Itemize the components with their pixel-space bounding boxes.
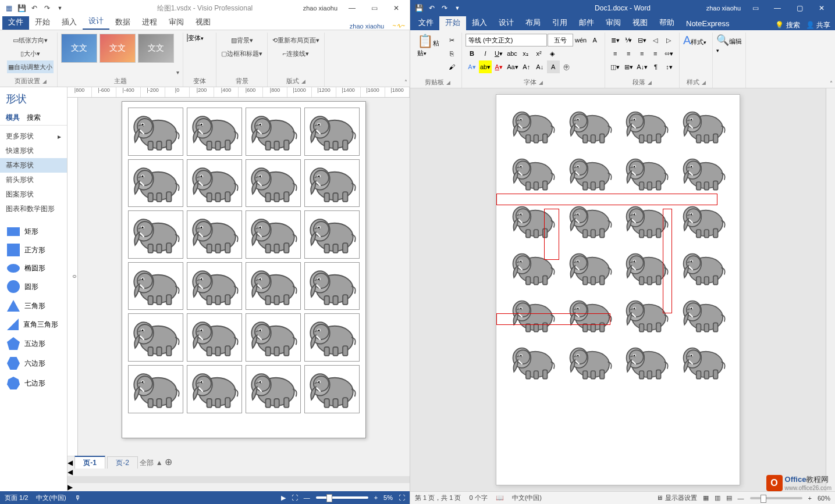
grid-cell[interactable]	[304, 210, 360, 259]
shape-rectangle[interactable]: 矩形	[2, 223, 65, 240]
tab-home[interactable]: 开始	[439, 15, 466, 30]
shape-ellipse[interactable]: 椭圆形	[2, 260, 65, 277]
format-painter-icon[interactable]: 🖌	[445, 60, 458, 73]
shading-icon[interactable]: ◫▾	[609, 60, 621, 73]
italic-icon[interactable]: I	[479, 47, 492, 60]
tab-noteexpress[interactable]: NoteExpress	[680, 17, 735, 30]
status-page[interactable]: 页面 1/2	[5, 494, 28, 502]
relayout-button[interactable]: ⟲ 重新布局页面 ▾	[271, 34, 321, 47]
font-color-icon[interactable]: A▾	[492, 60, 505, 73]
highlight-icon[interactable]: ab▾	[479, 60, 492, 73]
grid-cell[interactable]	[246, 210, 301, 259]
enclose-char-icon[interactable]: ㊥	[560, 60, 573, 73]
grid-cell[interactable]	[187, 313, 242, 362]
grid-cell[interactable]	[187, 262, 242, 310]
redo-icon[interactable]: ↷	[42, 3, 52, 13]
grid-cell[interactable]	[304, 313, 360, 362]
image-cell[interactable]	[621, 200, 671, 241]
close-icon[interactable]: ✕	[386, 0, 406, 16]
visio-user-2[interactable]: zhao xiaohu	[347, 23, 386, 30]
variants-button[interactable]: 变体▾	[187, 34, 212, 69]
basic-shapes-item[interactable]: 基本形状	[0, 158, 67, 173]
image-cell[interactable]	[565, 341, 615, 383]
visio-canvas[interactable]: |800|-600|-400|-200|0|200|400|600|800|10…	[67, 87, 410, 491]
superscript-icon[interactable]: x²	[532, 47, 545, 60]
font-size-select[interactable]: 五号	[548, 34, 573, 47]
page-tab-1[interactable]: 页-1	[74, 456, 105, 469]
fit-page-icon[interactable]: ⛶	[399, 494, 405, 501]
tab-file[interactable]: 文件	[2, 15, 29, 30]
grid-cell[interactable]	[187, 108, 242, 156]
zoom-slider[interactable]	[316, 496, 368, 499]
presentation-icon[interactable]: ▶	[281, 494, 286, 502]
image-cell[interactable]	[508, 152, 558, 194]
restore-icon[interactable]: ▢	[790, 0, 809, 16]
image-cell[interactable]	[565, 294, 615, 335]
image-cell[interactable]	[565, 247, 615, 288]
subscript-icon[interactable]: x₂	[519, 47, 532, 60]
image-cell[interactable]	[678, 152, 729, 194]
image-cell[interactable]	[508, 105, 558, 146]
zoom-level[interactable]: 60%	[818, 495, 830, 502]
grid-cell[interactable]	[187, 159, 242, 208]
share-button[interactable]: 👤 共享	[806, 20, 830, 30]
grid-cell[interactable]	[128, 313, 183, 362]
status-lang[interactable]: 中文(中国)	[36, 494, 66, 502]
visio-user[interactable]: zhao xiaohu	[301, 5, 340, 12]
status-page[interactable]: 第 1 页，共 1 页	[415, 494, 461, 502]
char-border-icon[interactable]: A	[588, 34, 601, 47]
shape-right-triangle[interactable]: 直角三角形	[2, 315, 65, 334]
print-layout-icon[interactable]: ▥	[715, 494, 720, 502]
ribbon-collapse-icon[interactable]: ˄	[404, 79, 407, 85]
multilevel-icon[interactable]: ⊟▾	[635, 34, 648, 47]
tab-process[interactable]: 进程	[136, 15, 163, 30]
theme-swatch-3[interactable]: 文文	[138, 34, 174, 63]
tab-file[interactable]: 文件	[413, 15, 439, 30]
zoom-out-icon[interactable]: —	[304, 494, 310, 501]
align-right-icon[interactable]: ≡	[635, 47, 648, 60]
copy-icon[interactable]: ⎘	[445, 47, 458, 60]
zoom-in-icon[interactable]: +	[808, 495, 812, 502]
image-cell[interactable]	[508, 247, 558, 288]
tab-data[interactable]: 数据	[109, 15, 136, 30]
paste-button[interactable]: 📋粘贴▾	[417, 34, 443, 69]
zoom-in-icon[interactable]: +	[374, 494, 378, 501]
fit-width-icon[interactable]: ⛶	[292, 494, 298, 501]
ribbon-options-icon[interactable]: ▭	[745, 0, 765, 16]
bullets-icon[interactable]: ≣▾	[609, 34, 621, 47]
tab-insert[interactable]: 插入	[56, 15, 83, 30]
minimize-icon[interactable]: —	[768, 0, 787, 16]
show-marks-icon[interactable]: ¶	[649, 60, 662, 73]
size-button[interactable]: ▯ 大小 ▾	[7, 47, 54, 60]
status-words[interactable]: 0 个字	[469, 494, 487, 502]
image-cell[interactable]	[678, 341, 729, 383]
tab-insert[interactable]: 插入	[466, 15, 493, 30]
grid-cell[interactable]	[246, 313, 301, 362]
tab-home[interactable]: 开始	[29, 15, 56, 30]
grid-cell[interactable]	[246, 262, 301, 310]
image-cell[interactable]	[565, 200, 615, 241]
hscroll-right-icon[interactable]: ▶	[67, 483, 73, 491]
shrink-font-icon[interactable]: A↓	[534, 60, 546, 73]
tab-mailings[interactable]: 邮件	[573, 15, 600, 30]
display-settings[interactable]: 🖥 显示器设置	[656, 494, 697, 502]
zoom-level[interactable]: 5%	[383, 494, 393, 501]
theme-swatch-1[interactable]: 文文	[61, 34, 97, 63]
grow-font-icon[interactable]: A↑	[520, 60, 533, 73]
grid-cell[interactable]	[128, 159, 183, 208]
grid-cell[interactable]	[128, 108, 183, 156]
font-name-select[interactable]: 等线 (中文正文)	[466, 34, 547, 47]
image-cell[interactable]	[621, 294, 671, 335]
status-proof-icon[interactable]: 📖	[496, 494, 504, 502]
underline-icon[interactable]: U ▾	[492, 47, 505, 60]
grid-cell[interactable]	[246, 365, 301, 413]
grid-cell[interactable]	[187, 210, 242, 259]
image-cell[interactable]	[508, 200, 558, 241]
styles-button[interactable]: A样式▾	[683, 34, 709, 69]
cut-icon[interactable]: ✂	[445, 34, 458, 47]
vertical-scrollbar[interactable]	[826, 88, 835, 491]
grid-cell[interactable]	[246, 159, 301, 208]
numbering-icon[interactable]: ⅟▾	[622, 34, 635, 47]
add-page-icon[interactable]: ⊕	[165, 457, 172, 467]
arrow-shapes-item[interactable]: 箭头形状	[0, 173, 67, 187]
